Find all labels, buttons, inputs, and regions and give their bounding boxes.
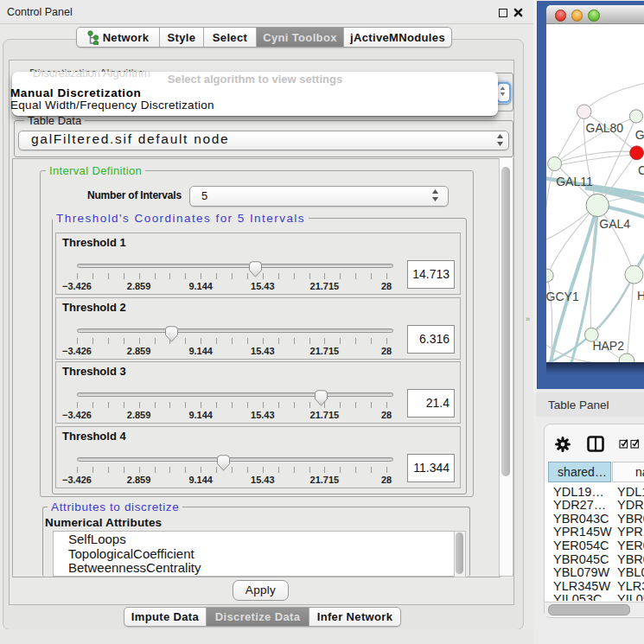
- svg-text:GAL80: GAL80: [586, 121, 624, 135]
- svg-text:HIS: HIS: [637, 288, 644, 302]
- svg-text:GCY1: GCY1: [546, 289, 579, 303]
- svg-text:GAL: GAL: [635, 127, 644, 141]
- svg-text:CD: CD: [638, 163, 644, 176]
- svg-text:GAL4: GAL4: [599, 216, 630, 230]
- svg-text:HAP2: HAP2: [592, 338, 624, 352]
- svg-text:GAL11: GAL11: [556, 174, 593, 188]
